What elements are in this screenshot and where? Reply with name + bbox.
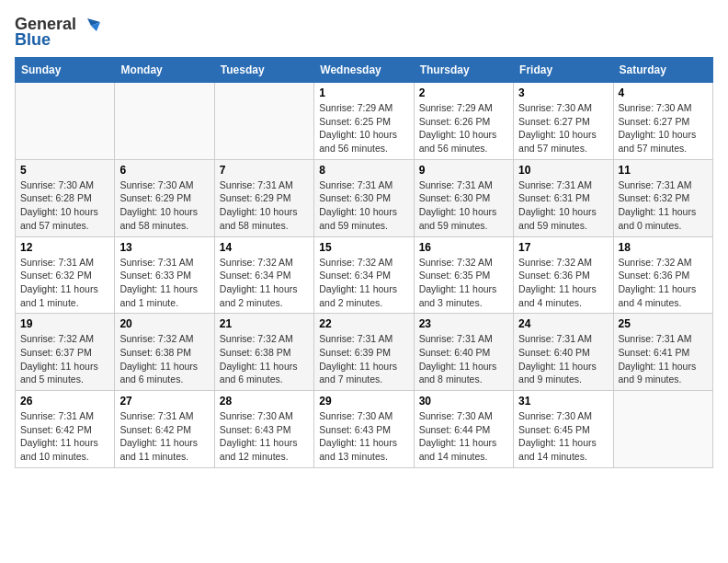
day-number: 31 bbox=[518, 395, 608, 408]
day-number: 25 bbox=[619, 317, 708, 330]
calendar-cell: 26Sunrise: 7:31 AM Sunset: 6:42 PM Dayli… bbox=[16, 391, 115, 468]
day-info: Sunrise: 7:31 AM Sunset: 6:32 PM Dayligh… bbox=[619, 178, 708, 233]
day-number: 2 bbox=[419, 86, 508, 99]
calendar-cell: 7Sunrise: 7:31 AM Sunset: 6:29 PM Daylig… bbox=[214, 159, 313, 236]
calendar-week-row: 19Sunrise: 7:32 AM Sunset: 6:37 PM Dayli… bbox=[16, 314, 713, 391]
day-info: Sunrise: 7:32 AM Sunset: 6:34 PM Dayligh… bbox=[220, 256, 309, 310]
calendar-cell: 11Sunrise: 7:31 AM Sunset: 6:32 PM Dayli… bbox=[613, 159, 712, 236]
calendar-cell: 1Sunrise: 7:29 AM Sunset: 6:25 PM Daylig… bbox=[314, 83, 414, 160]
day-info: Sunrise: 7:30 AM Sunset: 6:44 PM Dayligh… bbox=[419, 409, 508, 464]
day-info: Sunrise: 7:31 AM Sunset: 6:39 PM Dayligh… bbox=[319, 332, 408, 386]
calendar-cell: 21Sunrise: 7:32 AM Sunset: 6:38 PM Dayli… bbox=[214, 314, 313, 391]
day-number: 27 bbox=[119, 395, 209, 408]
logo-blue-text: Blue bbox=[15, 30, 51, 50]
calendar-cell: 8Sunrise: 7:31 AM Sunset: 6:30 PM Daylig… bbox=[314, 159, 414, 236]
calendar-cell: 29Sunrise: 7:30 AM Sunset: 6:43 PM Dayli… bbox=[314, 391, 414, 468]
calendar-cell: 5Sunrise: 7:30 AM Sunset: 6:28 PM Daylig… bbox=[16, 159, 115, 236]
day-info: Sunrise: 7:30 AM Sunset: 6:27 PM Dayligh… bbox=[619, 101, 708, 155]
calendar-cell bbox=[115, 83, 214, 160]
calendar-cell: 9Sunrise: 7:31 AM Sunset: 6:30 PM Daylig… bbox=[414, 159, 513, 236]
day-number: 18 bbox=[619, 241, 708, 254]
logo: General Blue bbox=[15, 15, 100, 50]
day-number: 12 bbox=[20, 241, 109, 254]
day-info: Sunrise: 7:30 AM Sunset: 6:45 PM Dayligh… bbox=[518, 409, 608, 464]
day-number: 1 bbox=[319, 86, 408, 99]
day-number: 4 bbox=[619, 86, 708, 99]
calendar-cell: 31Sunrise: 7:30 AM Sunset: 6:45 PM Dayli… bbox=[514, 391, 613, 468]
page-header: General Blue bbox=[15, 15, 713, 50]
calendar-week-row: 12Sunrise: 7:31 AM Sunset: 6:32 PM Dayli… bbox=[16, 236, 713, 314]
calendar-week-row: 5Sunrise: 7:30 AM Sunset: 6:28 PM Daylig… bbox=[16, 159, 713, 236]
calendar-cell: 4Sunrise: 7:30 AM Sunset: 6:27 PM Daylig… bbox=[613, 83, 712, 160]
day-number: 11 bbox=[619, 164, 708, 177]
day-number: 3 bbox=[518, 86, 608, 99]
calendar-cell: 30Sunrise: 7:30 AM Sunset: 6:44 PM Dayli… bbox=[414, 391, 513, 468]
calendar-body: 1Sunrise: 7:29 AM Sunset: 6:25 PM Daylig… bbox=[16, 83, 713, 468]
calendar-cell bbox=[613, 391, 712, 468]
day-info: Sunrise: 7:31 AM Sunset: 6:30 PM Dayligh… bbox=[419, 178, 508, 233]
day-info: Sunrise: 7:31 AM Sunset: 6:32 PM Dayligh… bbox=[20, 256, 109, 310]
day-info: Sunrise: 7:32 AM Sunset: 6:38 PM Dayligh… bbox=[220, 332, 309, 386]
day-info: Sunrise: 7:29 AM Sunset: 6:25 PM Dayligh… bbox=[319, 101, 408, 155]
calendar-cell: 17Sunrise: 7:32 AM Sunset: 6:36 PM Dayli… bbox=[514, 236, 613, 314]
day-info: Sunrise: 7:31 AM Sunset: 6:41 PM Dayligh… bbox=[619, 332, 708, 386]
calendar-cell: 20Sunrise: 7:32 AM Sunset: 6:38 PM Dayli… bbox=[115, 314, 214, 391]
calendar-cell: 22Sunrise: 7:31 AM Sunset: 6:39 PM Dayli… bbox=[314, 314, 414, 391]
day-info: Sunrise: 7:30 AM Sunset: 6:29 PM Dayligh… bbox=[119, 178, 209, 233]
day-number: 28 bbox=[220, 395, 309, 408]
calendar-cell: 24Sunrise: 7:31 AM Sunset: 6:40 PM Dayli… bbox=[514, 314, 613, 391]
day-of-week-header: Friday bbox=[514, 58, 613, 83]
day-info: Sunrise: 7:31 AM Sunset: 6:31 PM Dayligh… bbox=[518, 178, 608, 233]
calendar-cell: 27Sunrise: 7:31 AM Sunset: 6:42 PM Dayli… bbox=[115, 391, 214, 468]
day-number: 5 bbox=[20, 164, 109, 177]
day-info: Sunrise: 7:30 AM Sunset: 6:27 PM Dayligh… bbox=[518, 101, 608, 155]
day-info: Sunrise: 7:32 AM Sunset: 6:38 PM Dayligh… bbox=[119, 332, 209, 386]
day-info: Sunrise: 7:31 AM Sunset: 6:29 PM Dayligh… bbox=[220, 178, 309, 233]
day-info: Sunrise: 7:31 AM Sunset: 6:30 PM Dayligh… bbox=[319, 178, 408, 233]
day-number: 9 bbox=[419, 164, 508, 177]
calendar-cell: 23Sunrise: 7:31 AM Sunset: 6:40 PM Dayli… bbox=[414, 314, 513, 391]
days-of-week-row: SundayMondayTuesdayWednesdayThursdayFrid… bbox=[16, 58, 713, 83]
day-info: Sunrise: 7:32 AM Sunset: 6:36 PM Dayligh… bbox=[619, 256, 708, 310]
calendar-week-row: 26Sunrise: 7:31 AM Sunset: 6:42 PM Dayli… bbox=[16, 391, 713, 468]
calendar-week-row: 1Sunrise: 7:29 AM Sunset: 6:25 PM Daylig… bbox=[16, 83, 713, 160]
calendar-table: SundayMondayTuesdayWednesdayThursdayFrid… bbox=[15, 57, 713, 468]
day-number: 26 bbox=[20, 395, 109, 408]
day-of-week-header: Sunday bbox=[16, 58, 115, 83]
day-info: Sunrise: 7:31 AM Sunset: 6:40 PM Dayligh… bbox=[419, 332, 508, 386]
day-of-week-header: Saturday bbox=[613, 58, 712, 83]
day-number: 8 bbox=[319, 164, 408, 177]
day-number: 19 bbox=[20, 317, 109, 330]
day-of-week-header: Thursday bbox=[414, 58, 513, 83]
calendar-cell: 2Sunrise: 7:29 AM Sunset: 6:26 PM Daylig… bbox=[414, 83, 513, 160]
logo-bird-icon bbox=[80, 17, 100, 33]
calendar-cell: 10Sunrise: 7:31 AM Sunset: 6:31 PM Dayli… bbox=[514, 159, 613, 236]
day-info: Sunrise: 7:32 AM Sunset: 6:35 PM Dayligh… bbox=[419, 256, 508, 310]
day-info: Sunrise: 7:32 AM Sunset: 6:37 PM Dayligh… bbox=[20, 332, 109, 386]
calendar-cell bbox=[214, 83, 313, 160]
day-info: Sunrise: 7:30 AM Sunset: 6:43 PM Dayligh… bbox=[319, 409, 408, 464]
calendar-cell: 28Sunrise: 7:30 AM Sunset: 6:43 PM Dayli… bbox=[214, 391, 313, 468]
day-number: 10 bbox=[518, 164, 608, 177]
day-number: 6 bbox=[119, 164, 209, 177]
day-info: Sunrise: 7:31 AM Sunset: 6:42 PM Dayligh… bbox=[20, 409, 109, 464]
day-number: 23 bbox=[419, 317, 508, 330]
day-number: 7 bbox=[220, 164, 309, 177]
day-number: 30 bbox=[419, 395, 508, 408]
day-info: Sunrise: 7:31 AM Sunset: 6:40 PM Dayligh… bbox=[518, 332, 608, 386]
calendar-cell: 15Sunrise: 7:32 AM Sunset: 6:34 PM Dayli… bbox=[314, 236, 414, 314]
day-info: Sunrise: 7:29 AM Sunset: 6:26 PM Dayligh… bbox=[419, 101, 508, 155]
day-number: 22 bbox=[319, 317, 408, 330]
day-number: 16 bbox=[419, 241, 508, 254]
day-info: Sunrise: 7:32 AM Sunset: 6:36 PM Dayligh… bbox=[518, 256, 608, 310]
day-number: 17 bbox=[518, 241, 608, 254]
calendar-cell: 12Sunrise: 7:31 AM Sunset: 6:32 PM Dayli… bbox=[16, 236, 115, 314]
calendar-cell: 14Sunrise: 7:32 AM Sunset: 6:34 PM Dayli… bbox=[214, 236, 313, 314]
day-of-week-header: Wednesday bbox=[314, 58, 414, 83]
day-info: Sunrise: 7:30 AM Sunset: 6:43 PM Dayligh… bbox=[220, 409, 309, 464]
calendar-cell bbox=[16, 83, 115, 160]
calendar-cell: 19Sunrise: 7:32 AM Sunset: 6:37 PM Dayli… bbox=[16, 314, 115, 391]
day-number: 14 bbox=[220, 241, 309, 254]
calendar-cell: 3Sunrise: 7:30 AM Sunset: 6:27 PM Daylig… bbox=[514, 83, 613, 160]
calendar-header: SundayMondayTuesdayWednesdayThursdayFrid… bbox=[16, 58, 713, 83]
